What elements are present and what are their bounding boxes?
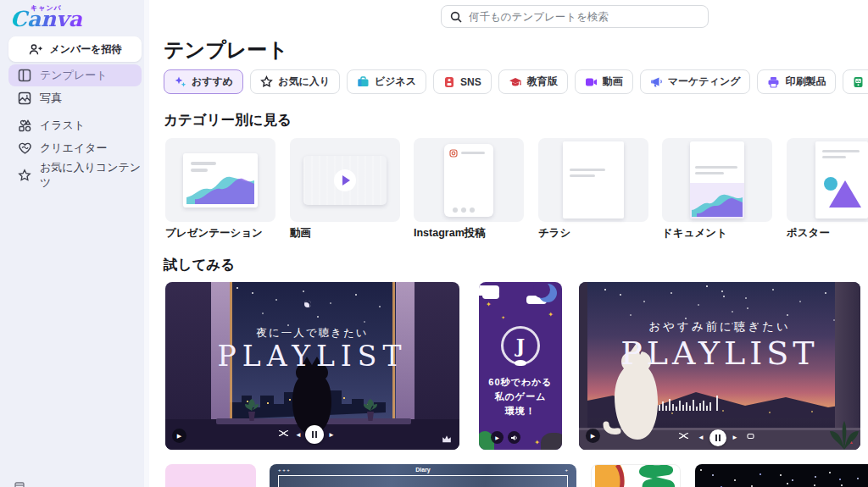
template-thumb-night-playlist[interactable]: 夜に一人で聴きたい PLAYLIST ▶ ◄ ► (165, 282, 459, 450)
star-sparkle: ✦ (486, 301, 492, 308)
pause-button[interactable] (709, 429, 726, 446)
photo-icon (17, 91, 32, 106)
heart-scribble-icon (17, 141, 32, 156)
template-icon (17, 68, 32, 83)
star-icon (17, 168, 32, 183)
filter-chip-business[interactable]: ビジネス (347, 69, 426, 94)
sidebar-item-label: テンプレート (40, 68, 108, 83)
previous-icon[interactable]: ◄ (698, 434, 704, 441)
category-card-instagram-post[interactable] (414, 138, 524, 222)
category-card-flyer[interactable] (538, 138, 648, 222)
template-subtitle: おやすみ前に聴きたい (579, 319, 860, 335)
monogram-letter: J (516, 335, 525, 357)
play-button[interactable]: ▶ (172, 429, 186, 443)
search-bar[interactable] (441, 5, 709, 28)
play-button[interactable]: ▶ (586, 429, 600, 443)
template-thumb-starry-night[interactable] (695, 464, 868, 487)
sidebar-item-illustrations[interactable]: イラスト (8, 114, 142, 136)
filter-chip-education[interactable]: 教育版 (498, 69, 568, 94)
sidebar-item-photos[interactable]: 写真 (8, 87, 142, 109)
canva-home: キャンバ Canva メンバーを招待 テンプレート (0, 0, 868, 487)
mobile-icon (443, 76, 455, 88)
briefcase-icon (357, 75, 370, 88)
play-button[interactable]: ▶ (491, 431, 504, 444)
repeat-icon[interactable] (747, 433, 754, 441)
plant-icon (362, 397, 379, 423)
filter-chip-cards-invitations[interactable]: メッセージカードと招待状 (843, 69, 868, 94)
chip-label: おすすめ (192, 75, 233, 89)
category-card-presentation[interactable] (165, 138, 275, 222)
sidebar-item-templates[interactable]: テンプレート (8, 64, 142, 86)
speaker-icon[interactable] (508, 431, 520, 444)
star-icon (260, 75, 273, 88)
crescent-moon-icon (538, 284, 557, 302)
shapes-icon (17, 118, 32, 133)
canva-logo[interactable]: キャンバ Canva (10, 3, 86, 34)
video-camera-icon (585, 77, 598, 87)
category-label: 動画 (290, 226, 311, 241)
category-card-document[interactable] (662, 138, 772, 222)
stars (700, 469, 702, 471)
next-icon[interactable]: ► (732, 434, 738, 441)
filter-chip-recommended[interactable]: おすすめ (164, 69, 243, 94)
category-card-poster[interactable] (787, 138, 868, 222)
pro-crown-icon (442, 434, 452, 443)
stars (604, 289, 606, 291)
cloud (482, 292, 499, 299)
sidebar: キャンバ Canva メンバーを招待 テンプレート (0, 0, 149, 487)
template-thumb-diary[interactable]: + + + + Diary (270, 464, 576, 487)
search-input[interactable] (469, 11, 699, 23)
template-text: 60秒でわかる 私のゲーム 環境！ (479, 375, 562, 418)
megaphone-icon (650, 76, 663, 87)
pause-button[interactable] (305, 425, 324, 444)
filter-chip-marketing[interactable]: マーケティング (640, 69, 751, 94)
star-sparkle: ✦ (501, 314, 505, 320)
poster-illustration (815, 141, 868, 219)
sidebar-item-favorites[interactable]: お気に入りコンテンツ (8, 164, 142, 186)
chip-label: お気に入り (278, 75, 330, 89)
previous-icon[interactable]: ◄ (295, 432, 302, 439)
shuffle-icon[interactable] (679, 432, 688, 441)
diary-title: Diary (270, 467, 576, 473)
filter-chip-sns[interactable]: SNS (433, 69, 492, 94)
diary-frame (278, 475, 568, 487)
chip-label: 動画 (603, 75, 623, 89)
template-title: PLAYLIST (579, 335, 860, 372)
chip-label: SNS (460, 76, 481, 88)
template-thumb-abstract-shapes[interactable] (591, 464, 681, 487)
sparkles-icon (174, 75, 186, 88)
stars (706, 285, 708, 287)
filter-chip-video[interactable]: 動画 (575, 69, 633, 94)
stars (780, 474, 782, 476)
sidebar-item-label: クリエイター (40, 141, 108, 156)
main-content: テンプレート おすすめ お気に入り (149, 0, 868, 487)
sidebar-item-creators[interactable]: クリエイター (8, 137, 142, 159)
shuffle-icon[interactable] (279, 429, 288, 439)
gorilla-icon (541, 433, 562, 450)
section-title-try: 試してみる (164, 256, 235, 274)
search-icon (450, 11, 462, 23)
template-subtitle: 夜に一人で聴きたい (165, 326, 459, 340)
filter-chip-favorites[interactable]: お気に入り (250, 69, 340, 94)
category-label: Instagram投稿 (414, 226, 486, 241)
video-illustration (303, 156, 387, 205)
invitation-card-icon (853, 76, 864, 88)
sidebar-item-label: イラスト (40, 118, 85, 133)
page-title: テンプレート (164, 36, 288, 64)
filter-chip-print[interactable]: 印刷製品 (757, 69, 836, 94)
star-sparkle: ✦ (548, 311, 554, 318)
category-label: ポスター (787, 226, 830, 241)
abstract-shapes (592, 465, 681, 487)
bird-icon (515, 360, 526, 366)
category-card-video[interactable] (290, 138, 400, 222)
next-icon[interactable]: ► (328, 432, 335, 439)
template-thumb-sunset-playlist[interactable]: おやすみ前に聴きたい PLAYLIST ▶ ◄ ► (579, 282, 860, 450)
category-label: チラシ (538, 226, 570, 241)
folder-icon[interactable] (14, 479, 25, 487)
template-thumb-pink[interactable] (165, 464, 256, 487)
sidebar-item-label: 写真 (40, 91, 62, 106)
template-thumb-game-intro[interactable]: ✦ ✦ ✦ J 60秒でわかる 私のゲーム 環境！ ▶ ✦ (479, 282, 562, 450)
add-people-icon (28, 42, 43, 57)
invite-members-label: メンバーを招待 (49, 42, 121, 57)
invite-members-button[interactable]: メンバーを招待 (8, 36, 142, 62)
